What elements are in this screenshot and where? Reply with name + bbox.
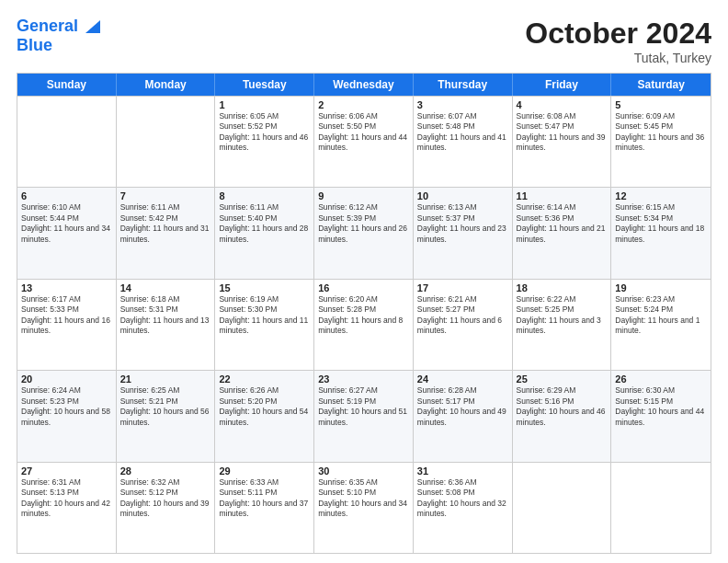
calendar-cell: 25Sunrise: 6:29 AM Sunset: 5:16 PM Dayli… [513, 371, 612, 461]
cell-sun-info: Sunrise: 6:11 AM Sunset: 5:42 PM Dayligh… [120, 202, 211, 245]
cell-sun-info: Sunrise: 6:22 AM Sunset: 5:25 PM Dayligh… [517, 294, 608, 337]
day-number: 23 [318, 373, 409, 385]
cell-sun-info: Sunrise: 6:32 AM Sunset: 5:12 PM Dayligh… [120, 477, 211, 520]
calendar-cell: 29Sunrise: 6:33 AM Sunset: 5:11 PM Dayli… [215, 463, 314, 553]
cell-sun-info: Sunrise: 6:12 AM Sunset: 5:39 PM Dayligh… [318, 202, 409, 245]
day-number: 11 [517, 190, 608, 201]
day-number: 27 [21, 465, 112, 477]
calendar-cell: 5Sunrise: 6:09 AM Sunset: 5:45 PM Daylig… [611, 97, 711, 187]
day-number: 1 [219, 99, 310, 110]
header: General Blue October 2024 Tutak, Turkey [17, 17, 711, 65]
calendar-cell [17, 97, 117, 187]
calendar-cell [611, 463, 711, 553]
logo: General Blue [17, 17, 100, 55]
cell-sun-info: Sunrise: 6:21 AM Sunset: 5:27 PM Dayligh… [417, 294, 508, 337]
calendar-cell: 17Sunrise: 6:21 AM Sunset: 5:27 PM Dayli… [414, 280, 513, 370]
calendar-cell: 23Sunrise: 6:27 AM Sunset: 5:19 PM Dayli… [314, 371, 414, 461]
svg-marker-0 [85, 20, 100, 33]
day-number: 10 [417, 190, 508, 201]
day-number: 30 [318, 465, 409, 477]
cell-sun-info: Sunrise: 6:36 AM Sunset: 5:08 PM Dayligh… [417, 477, 508, 520]
calendar-cell: 15Sunrise: 6:19 AM Sunset: 5:30 PM Dayli… [215, 280, 314, 370]
day-number: 29 [219, 465, 310, 477]
calendar-cell: 2Sunrise: 6:06 AM Sunset: 5:50 PM Daylig… [314, 97, 414, 187]
calendar-cell: 27Sunrise: 6:31 AM Sunset: 5:13 PM Dayli… [17, 463, 117, 553]
cell-sun-info: Sunrise: 6:19 AM Sunset: 5:30 PM Dayligh… [219, 294, 310, 337]
calendar-cell: 3Sunrise: 6:07 AM Sunset: 5:48 PM Daylig… [414, 97, 513, 187]
calendar-header-cell: Tuesday [215, 74, 314, 96]
cell-sun-info: Sunrise: 6:31 AM Sunset: 5:13 PM Dayligh… [21, 477, 112, 520]
calendar-cell: 26Sunrise: 6:30 AM Sunset: 5:15 PM Dayli… [611, 371, 711, 461]
day-number: 17 [417, 282, 508, 293]
calendar-cell: 8Sunrise: 6:11 AM Sunset: 5:40 PM Daylig… [215, 188, 314, 278]
day-number: 8 [219, 190, 310, 201]
calendar-cell: 20Sunrise: 6:24 AM Sunset: 5:23 PM Dayli… [17, 371, 117, 461]
location-subtitle: Tutak, Turkey [525, 51, 711, 65]
calendar-header-cell: Friday [513, 74, 612, 96]
calendar-cell: 1Sunrise: 6:05 AM Sunset: 5:52 PM Daylig… [215, 97, 314, 187]
logo-text-line1: General [17, 17, 78, 36]
cell-sun-info: Sunrise: 6:10 AM Sunset: 5:44 PM Dayligh… [21, 202, 112, 245]
cell-sun-info: Sunrise: 6:17 AM Sunset: 5:33 PM Dayligh… [21, 294, 112, 337]
day-number: 20 [21, 373, 112, 385]
calendar-cell: 30Sunrise: 6:35 AM Sunset: 5:10 PM Dayli… [314, 463, 414, 553]
cell-sun-info: Sunrise: 6:33 AM Sunset: 5:11 PM Dayligh… [219, 477, 310, 520]
day-number: 31 [417, 465, 508, 477]
day-number: 19 [615, 282, 707, 293]
page: General Blue October 2024 Tutak, Turkey … [0, 0, 728, 563]
calendar-row: 20Sunrise: 6:24 AM Sunset: 5:23 PM Dayli… [17, 370, 711, 461]
day-number: 24 [417, 373, 508, 385]
calendar-body: 1Sunrise: 6:05 AM Sunset: 5:52 PM Daylig… [17, 96, 711, 553]
cell-sun-info: Sunrise: 6:35 AM Sunset: 5:10 PM Dayligh… [318, 477, 409, 520]
day-number: 16 [318, 282, 409, 293]
calendar-cell: 12Sunrise: 6:15 AM Sunset: 5:34 PM Dayli… [611, 188, 711, 278]
calendar-row: 27Sunrise: 6:31 AM Sunset: 5:13 PM Dayli… [17, 462, 711, 553]
cell-sun-info: Sunrise: 6:29 AM Sunset: 5:16 PM Dayligh… [517, 385, 608, 428]
day-number: 4 [517, 99, 608, 110]
calendar-cell: 22Sunrise: 6:26 AM Sunset: 5:20 PM Dayli… [215, 371, 314, 461]
calendar-cell: 7Sunrise: 6:11 AM Sunset: 5:42 PM Daylig… [117, 188, 216, 278]
calendar-cell: 14Sunrise: 6:18 AM Sunset: 5:31 PM Dayli… [117, 280, 216, 370]
cell-sun-info: Sunrise: 6:15 AM Sunset: 5:34 PM Dayligh… [615, 202, 707, 245]
calendar-header: SundayMondayTuesdayWednesdayThursdayFrid… [17, 74, 711, 96]
day-number: 22 [219, 373, 310, 385]
calendar-row: 6Sunrise: 6:10 AM Sunset: 5:44 PM Daylig… [17, 187, 711, 278]
calendar-cell [513, 463, 612, 553]
calendar-row: 13Sunrise: 6:17 AM Sunset: 5:33 PM Dayli… [17, 279, 711, 370]
cell-sun-info: Sunrise: 6:30 AM Sunset: 5:15 PM Dayligh… [615, 385, 707, 428]
cell-sun-info: Sunrise: 6:27 AM Sunset: 5:19 PM Dayligh… [318, 385, 409, 428]
day-number: 14 [120, 282, 211, 293]
calendar-cell: 6Sunrise: 6:10 AM Sunset: 5:44 PM Daylig… [17, 188, 117, 278]
calendar-cell: 10Sunrise: 6:13 AM Sunset: 5:37 PM Dayli… [414, 188, 513, 278]
calendar-cell [117, 97, 216, 187]
calendar-header-cell: Thursday [414, 74, 513, 96]
day-number: 12 [615, 190, 707, 201]
cell-sun-info: Sunrise: 6:09 AM Sunset: 5:45 PM Dayligh… [615, 111, 707, 154]
calendar-header-cell: Wednesday [314, 74, 414, 96]
day-number: 15 [219, 282, 310, 293]
calendar-cell: 19Sunrise: 6:23 AM Sunset: 5:24 PM Dayli… [611, 280, 711, 370]
calendar-cell: 21Sunrise: 6:25 AM Sunset: 5:21 PM Dayli… [117, 371, 216, 461]
day-number: 7 [120, 190, 211, 201]
cell-sun-info: Sunrise: 6:08 AM Sunset: 5:47 PM Dayligh… [517, 111, 608, 154]
day-number: 5 [615, 99, 707, 110]
day-number: 28 [120, 465, 211, 477]
title-block: October 2024 Tutak, Turkey [525, 17, 711, 65]
cell-sun-info: Sunrise: 6:05 AM Sunset: 5:52 PM Dayligh… [219, 111, 310, 154]
day-number: 25 [517, 373, 608, 385]
day-number: 6 [21, 190, 112, 201]
calendar-cell: 16Sunrise: 6:20 AM Sunset: 5:28 PM Dayli… [314, 280, 414, 370]
cell-sun-info: Sunrise: 6:28 AM Sunset: 5:17 PM Dayligh… [417, 385, 508, 428]
cell-sun-info: Sunrise: 6:18 AM Sunset: 5:31 PM Dayligh… [120, 294, 211, 337]
month-title: October 2024 [525, 17, 711, 51]
cell-sun-info: Sunrise: 6:14 AM Sunset: 5:36 PM Dayligh… [517, 202, 608, 245]
calendar-cell: 13Sunrise: 6:17 AM Sunset: 5:33 PM Dayli… [17, 280, 117, 370]
cell-sun-info: Sunrise: 6:11 AM Sunset: 5:40 PM Dayligh… [219, 202, 310, 245]
calendar-cell: 11Sunrise: 6:14 AM Sunset: 5:36 PM Dayli… [513, 188, 612, 278]
cell-sun-info: Sunrise: 6:26 AM Sunset: 5:20 PM Dayligh… [219, 385, 310, 428]
day-number: 2 [318, 99, 409, 110]
calendar-cell: 9Sunrise: 6:12 AM Sunset: 5:39 PM Daylig… [314, 188, 414, 278]
calendar-row: 1Sunrise: 6:05 AM Sunset: 5:52 PM Daylig… [17, 96, 711, 187]
day-number: 21 [120, 373, 211, 385]
cell-sun-info: Sunrise: 6:23 AM Sunset: 5:24 PM Dayligh… [615, 294, 707, 337]
